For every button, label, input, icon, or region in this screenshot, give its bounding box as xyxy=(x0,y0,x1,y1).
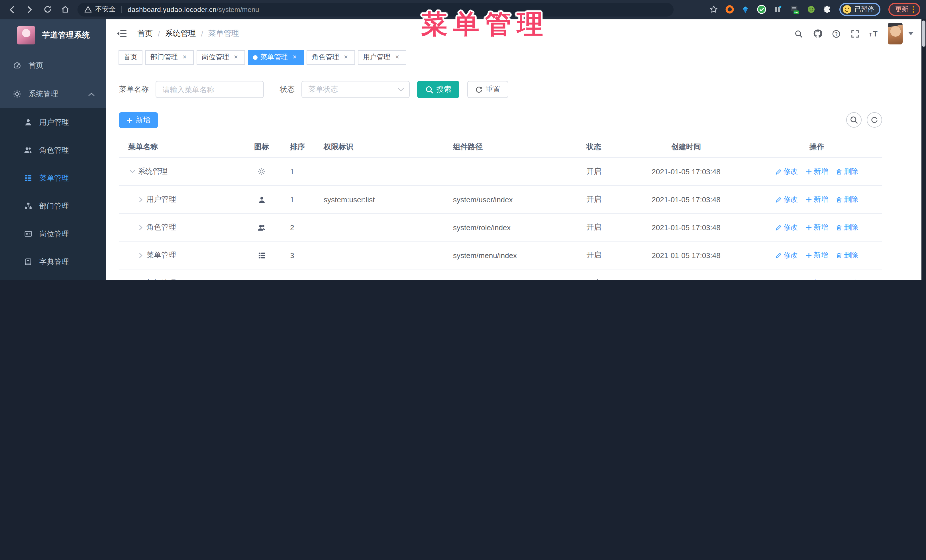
add-button[interactable]: 新增 xyxy=(806,222,828,232)
search-button[interactable]: 搜索 xyxy=(417,81,459,98)
ext-reader-on-icon[interactable]: on xyxy=(790,5,799,14)
edit-button[interactable]: 修改 xyxy=(776,278,798,280)
fullscreen-icon[interactable] xyxy=(846,22,864,45)
url-bar[interactable]: 不安全 dashboard.yudao.iocoder.cn/system/me… xyxy=(77,3,673,16)
user-avatar[interactable] xyxy=(888,23,903,44)
sidebar-item-post[interactable]: 岗位管理 xyxy=(0,220,106,248)
extensions-puzzle-icon[interactable] xyxy=(823,5,831,14)
table-header: 菜单名称图标排序权限标识组件路径状态创建时间操作 xyxy=(119,136,882,158)
column-header: 操作 xyxy=(752,142,882,152)
menu-name: 用户管理 xyxy=(147,194,176,205)
tab-角色管理[interactable]: 角色管理× xyxy=(307,50,355,65)
user-icon xyxy=(23,118,33,126)
breadcrumb-item[interactable]: 首页 xyxy=(137,29,153,39)
menu-name-input[interactable] xyxy=(156,81,264,98)
tab-菜单管理[interactable]: 菜单管理× xyxy=(248,50,304,65)
chevron-up-icon xyxy=(88,92,95,96)
edit-button[interactable]: 修改 xyxy=(776,251,798,260)
tab-岗位管理[interactable]: 岗位管理× xyxy=(197,50,245,65)
browser-back-icon[interactable] xyxy=(5,2,20,17)
add-button[interactable]: 新增 xyxy=(806,195,828,204)
column-header: 组件路径 xyxy=(449,142,584,152)
table-row: 用户管理1system:user:listsystem/user/index开启… xyxy=(119,186,882,214)
breadcrumb-item: 菜单管理 xyxy=(208,29,239,39)
tab-label: 用户管理 xyxy=(363,53,390,62)
close-tab-icon[interactable]: × xyxy=(342,53,350,61)
breadcrumb-separator: / xyxy=(158,29,160,38)
sidebar-item-home[interactable]: 首页 xyxy=(0,51,106,80)
reset-button[interactable]: 重置 xyxy=(467,81,508,98)
browser-home-icon[interactable] xyxy=(57,2,73,17)
question-icon[interactable]: ? xyxy=(827,22,846,45)
close-tab-icon[interactable]: × xyxy=(291,53,299,61)
search-icon[interactable] xyxy=(789,22,808,45)
trash-icon xyxy=(836,224,842,231)
add-button[interactable]: 新增 xyxy=(806,167,828,176)
menu-status-select[interactable]: 菜单状态 xyxy=(301,81,410,98)
delete-button[interactable]: 删除 xyxy=(836,222,858,232)
ext-green-check-icon[interactable] xyxy=(757,5,766,14)
browser-update-button[interactable]: 更新 xyxy=(888,3,920,16)
tab-首页[interactable]: 首页 xyxy=(118,50,142,65)
plus-icon xyxy=(806,224,812,231)
edit-button[interactable]: 修改 xyxy=(776,222,798,232)
menu-name: 部门管理 xyxy=(147,278,176,280)
tab-部门管理[interactable]: 部门管理× xyxy=(145,50,194,65)
ext-blue-gem-icon[interactable] xyxy=(741,5,749,14)
browser-forward-icon[interactable] xyxy=(22,2,37,17)
trash-icon xyxy=(836,196,842,202)
sidebar-item-role[interactable]: 角色管理 xyxy=(0,136,106,164)
close-tab-icon[interactable]: × xyxy=(393,53,401,61)
sidebar-collapse-icon[interactable] xyxy=(115,27,129,40)
row-expand-icon[interactable] xyxy=(137,253,145,258)
ext-orange-ring-icon[interactable] xyxy=(725,5,734,14)
annotation-title: 菜单管理 xyxy=(421,7,549,42)
close-tab-icon[interactable]: × xyxy=(181,53,189,61)
sidebar-item-system[interactable]: 系统管理 xyxy=(0,80,106,108)
avatar-caret-down-icon[interactable] xyxy=(908,32,914,35)
edit-button[interactable]: 修改 xyxy=(776,167,798,176)
row-expand-icon[interactable] xyxy=(137,225,145,230)
menu-gear-icon xyxy=(244,168,278,175)
sidebar-item-label: 用户管理 xyxy=(39,117,69,127)
ext-gray-bars-icon[interactable] xyxy=(773,5,782,14)
row-expand-icon[interactable] xyxy=(137,197,145,202)
delete-button[interactable]: 删除 xyxy=(836,167,858,176)
profile-paused-badge[interactable]: 已暂停 xyxy=(839,3,881,16)
delete-button[interactable]: 删除 xyxy=(836,195,858,204)
row-collapse-icon[interactable] xyxy=(128,169,136,174)
sidebar-item-dept[interactable]: 部门管理 xyxy=(0,192,106,220)
tab-用户管理[interactable]: 用户管理× xyxy=(358,50,406,65)
scrollbar-thumb[interactable] xyxy=(922,21,925,47)
edit-button[interactable]: 修改 xyxy=(776,195,798,204)
ext-green-face-icon[interactable] xyxy=(806,5,815,14)
breadcrumb: 首页/系统管理/菜单管理 xyxy=(137,29,239,39)
action-label: 删除 xyxy=(844,167,858,176)
refresh-table-button[interactable] xyxy=(867,112,882,128)
toggle-search-button[interactable] xyxy=(846,112,862,128)
delete-button[interactable]: 删除 xyxy=(836,251,858,260)
app-logo[interactable]: 芋道管理系统 xyxy=(0,20,106,51)
users-icon xyxy=(23,146,33,154)
sidebar-item-dict[interactable]: 字典管理 xyxy=(0,248,106,276)
page-scrollbar[interactable] xyxy=(921,20,926,280)
add-button[interactable]: 新增 xyxy=(119,112,158,128)
action-label: 删除 xyxy=(844,278,858,280)
sidebar-item-user[interactable]: 用户管理 xyxy=(0,108,106,136)
bookmark-star-icon[interactable] xyxy=(709,5,718,14)
font-size-icon[interactable]: TT xyxy=(864,22,883,45)
menu-name-cell: 部门管理 xyxy=(119,278,244,280)
add-button[interactable]: 新增 xyxy=(806,251,828,260)
status-value: 开启 xyxy=(584,166,620,177)
close-tab-icon[interactable]: × xyxy=(232,53,240,61)
tab-label: 岗位管理 xyxy=(202,53,229,62)
breadcrumb-item[interactable]: 系统管理 xyxy=(165,29,196,39)
sidebar-item-notice[interactable]: 通知公告 xyxy=(0,276,106,280)
created-time: 2021-01-05 17:03:48 xyxy=(620,251,752,260)
kebab-menu-icon[interactable] xyxy=(912,6,915,13)
delete-button[interactable]: 删除 xyxy=(836,278,858,280)
browser-reload-icon[interactable] xyxy=(40,2,55,17)
github-icon[interactable] xyxy=(808,22,827,45)
add-button[interactable]: 新增 xyxy=(806,278,828,280)
sidebar-item-menu[interactable]: 菜单管理 xyxy=(0,164,106,192)
